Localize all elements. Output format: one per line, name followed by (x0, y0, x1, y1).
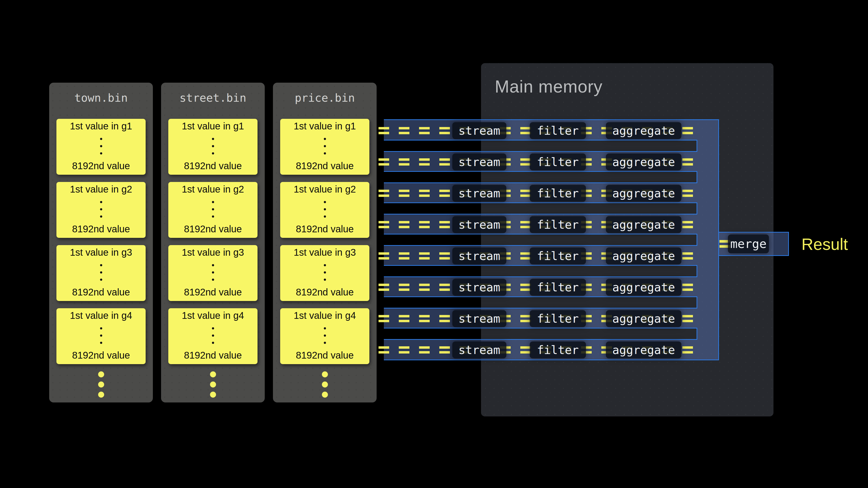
ellipsis-dot (324, 201, 326, 203)
stream-chip: stream (452, 310, 506, 327)
granule-first-value: 1st value in g2 (70, 184, 132, 195)
ellipsis-dot (322, 392, 328, 398)
granule-last-value: 8192nd value (296, 350, 354, 361)
pipeline-lane: stream filter aggregate (384, 151, 718, 172)
granule-last-value: 8192nd value (296, 161, 354, 171)
file-column: town.bin 1st value in g1 8192nd value 1s… (49, 83, 153, 402)
stream-chip: stream (452, 341, 506, 358)
granule-last-value: 8192nd value (72, 224, 130, 234)
granule-ellipsis (100, 264, 102, 281)
ellipsis-dot (212, 216, 214, 218)
filter-chip: filter (530, 310, 586, 327)
file-column: street.bin 1st value in g1 8192nd value … (161, 83, 265, 402)
granule-last-value: 8192nd value (184, 287, 242, 298)
pipeline-lane: stream filter aggregate (384, 120, 718, 141)
granule-ellipsis (212, 264, 214, 281)
ellipsis-dot (100, 264, 102, 266)
filter-chip: filter (530, 216, 586, 233)
granule-last-value: 8192nd value (184, 224, 242, 234)
filter-chip: filter (530, 154, 586, 170)
more-granules-ellipsis (161, 371, 265, 398)
result-label: Result (802, 235, 848, 253)
aggregate-chip: aggregate (606, 154, 681, 170)
pipeline-lane: stream filter aggregate (384, 245, 718, 266)
file-name: price.bin (273, 91, 377, 105)
granule-last-value: 8192nd value (72, 350, 130, 361)
stream-chip: stream (452, 216, 506, 233)
granule-first-value: 1st value in g1 (70, 121, 132, 132)
granule-first-value: 1st value in g2 (294, 184, 356, 195)
granule-first-value: 1st value in g3 (182, 247, 244, 258)
aggregate-chip: aggregate (606, 216, 681, 233)
granule-last-value: 8192nd value (72, 161, 130, 171)
more-granules-ellipsis (49, 371, 153, 398)
granule-ellipsis (324, 201, 326, 218)
ellipsis-dot (212, 334, 214, 337)
ellipsis-dot (98, 371, 104, 378)
granule-first-value: 1st value in g4 (294, 310, 356, 321)
merge-lane: merge (719, 232, 789, 256)
lane-gap (384, 296, 697, 308)
granule-block: 1st value in g3 8192nd value (168, 245, 257, 301)
stream-chip: stream (452, 154, 506, 170)
granule-last-value: 8192nd value (184, 161, 242, 171)
granule-first-value: 1st value in g3 (70, 247, 132, 258)
ellipsis-dot (324, 327, 326, 329)
ellipsis-dot (324, 152, 326, 155)
ellipsis-dot (100, 208, 102, 210)
granule-ellipsis (100, 201, 102, 218)
ellipsis-dot (324, 271, 326, 273)
ellipsis-dot (98, 392, 104, 398)
ellipsis-dot (212, 342, 214, 344)
ellipsis-dot (100, 201, 102, 203)
granule-ellipsis (324, 138, 326, 155)
ellipsis-dot (324, 138, 326, 140)
ellipsis-dot (100, 271, 102, 273)
granule-last-value: 8192nd value (72, 287, 130, 298)
ellipsis-dot (212, 145, 214, 147)
granule-last-value: 8192nd value (296, 224, 354, 234)
granule-block: 1st value in g2 8192nd value (280, 182, 369, 238)
granule-block: 1st value in g4 8192nd value (56, 308, 146, 364)
more-granules-ellipsis (273, 371, 377, 398)
aggregate-chip: aggregate (606, 279, 681, 296)
ellipsis-dot (322, 371, 328, 378)
granule-first-value: 1st value in g4 (182, 310, 244, 321)
aggregate-chip: aggregate (606, 185, 681, 202)
file-name: town.bin (49, 91, 153, 105)
filter-chip: filter (530, 279, 586, 296)
aggregate-chip: aggregate (606, 122, 681, 139)
granule-first-value: 1st value in g1 (294, 121, 356, 132)
ellipsis-dot (212, 264, 214, 266)
ellipsis-dot (210, 371, 216, 378)
aggregate-chip: aggregate (606, 341, 681, 358)
granule-ellipsis (212, 201, 214, 218)
granule-block: 1st value in g3 8192nd value (280, 245, 369, 301)
lane-gap (384, 234, 697, 246)
granule-block: 1st value in g1 8192nd value (168, 119, 257, 175)
granule-block: 1st value in g4 8192nd value (280, 308, 369, 364)
filter-chip: filter (530, 341, 586, 358)
granule-ellipsis (212, 327, 214, 344)
ellipsis-dot (100, 342, 102, 344)
ellipsis-dot (212, 138, 214, 140)
granule-block: 1st value in g1 8192nd value (280, 119, 369, 175)
granule-first-value: 1st value in g1 (182, 121, 244, 132)
pipeline-region: stream filter aggregate stream filter ag… (384, 119, 719, 360)
granule-last-value: 8192nd value (296, 287, 354, 298)
granule-block: 1st value in g4 8192nd value (168, 308, 257, 364)
ellipsis-dot (100, 216, 102, 218)
granule-block: 1st value in g3 8192nd value (56, 245, 146, 301)
ellipsis-dot (100, 279, 102, 281)
granule-first-value: 1st value in g4 (70, 310, 132, 321)
lane-gap (384, 265, 697, 277)
file-column: price.bin 1st value in g1 8192nd value 1… (273, 83, 377, 402)
stream-chip: stream (452, 248, 506, 264)
pipeline-lane: stream filter aggregate (384, 214, 718, 235)
stream-chip: stream (452, 279, 506, 296)
granule-block: 1st value in g1 8192nd value (56, 119, 146, 175)
granule-ellipsis (100, 327, 102, 344)
ellipsis-dot (98, 382, 104, 388)
aggregate-chip: aggregate (606, 248, 681, 264)
ellipsis-dot (324, 279, 326, 281)
